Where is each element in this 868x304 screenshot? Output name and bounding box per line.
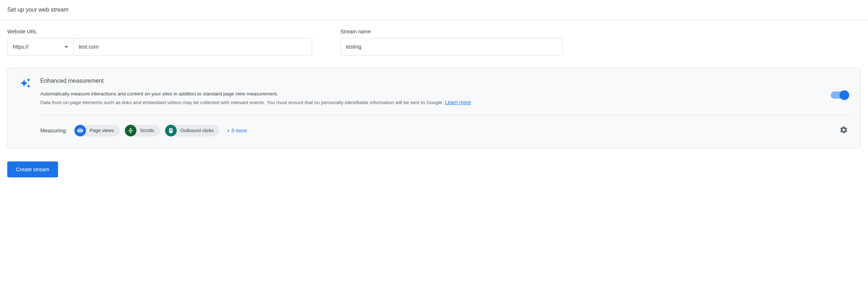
divider	[40, 115, 848, 115]
stream-name-label: Stream name	[340, 29, 861, 34]
enhanced-measurement-card: Enhanced measurement Automatically measu…	[7, 68, 861, 148]
learn-more-link[interactable]: Learn more	[445, 99, 471, 105]
website-url-group: Website URL https://	[7, 29, 312, 56]
gear-icon	[839, 126, 848, 134]
sparkle-icon	[20, 83, 31, 90]
chip-scrolls: Scrolls	[125, 125, 160, 136]
website-url-input[interactable]	[73, 38, 312, 56]
chip-scrolls-label: Scrolls	[140, 128, 154, 133]
protocol-select[interactable]: https://	[7, 38, 73, 56]
chip-outbound-label: Outbound clicks	[180, 128, 214, 133]
card-title: Enhanced measurement	[40, 78, 848, 84]
enhanced-measurement-toggle[interactable]	[831, 91, 848, 99]
stream-name-group: Stream name	[340, 29, 861, 56]
page-title: Set up your web stream	[7, 7, 69, 13]
chip-page-views-label: Page views	[90, 128, 114, 133]
toggle-knob	[840, 90, 849, 100]
mouse-icon	[165, 125, 177, 136]
stream-name-input[interactable]	[340, 38, 562, 56]
more-link[interactable]: + 3 more	[227, 128, 247, 133]
card-description: Automatically measure interactions and c…	[40, 90, 816, 107]
protocol-value: https://	[13, 44, 29, 50]
chevron-down-icon	[65, 46, 68, 48]
create-stream-button[interactable]: Create stream	[7, 161, 58, 177]
scroll-icon	[125, 125, 136, 136]
eye-icon	[74, 125, 86, 136]
card-desc-bold: Automatically measure interactions and c…	[40, 91, 278, 96]
measuring-label: Measuring:	[40, 127, 67, 133]
chip-page-views: Page views	[74, 125, 119, 136]
chip-outbound-clicks: Outbound clicks	[165, 125, 220, 136]
card-desc-rest: Data from on-page elements such as links…	[40, 100, 445, 105]
website-url-label: Website URL	[7, 29, 312, 34]
settings-gear-button[interactable]	[839, 126, 848, 136]
